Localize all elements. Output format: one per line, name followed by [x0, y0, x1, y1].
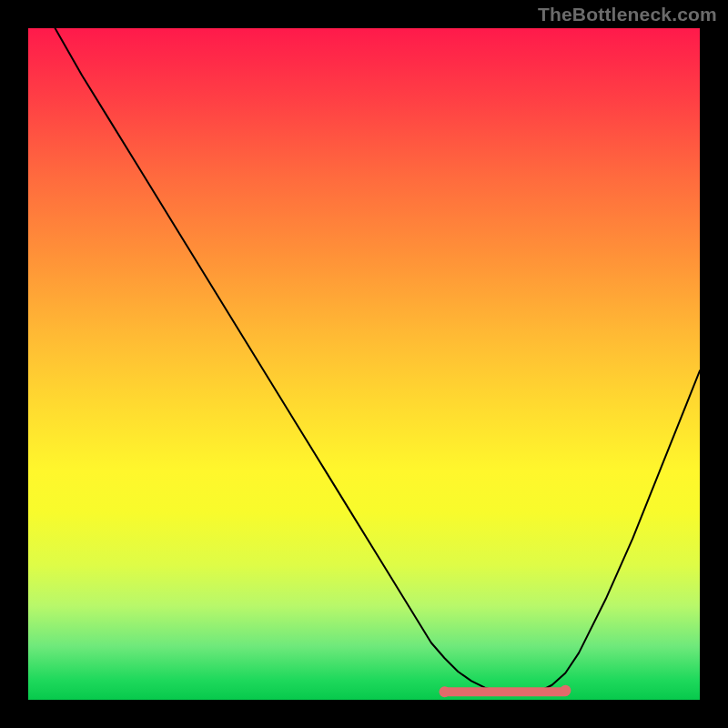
optimal-cap-left: [440, 686, 450, 697]
plot-area: [28, 28, 700, 700]
bottleneck-curve: [56, 28, 700, 693]
chart-frame: TheBottleneck.com: [0, 0, 728, 728]
curve-layer: [28, 28, 700, 700]
watermark-text: TheBottleneck.com: [538, 4, 717, 25]
optimal-cap-right: [560, 685, 571, 696]
